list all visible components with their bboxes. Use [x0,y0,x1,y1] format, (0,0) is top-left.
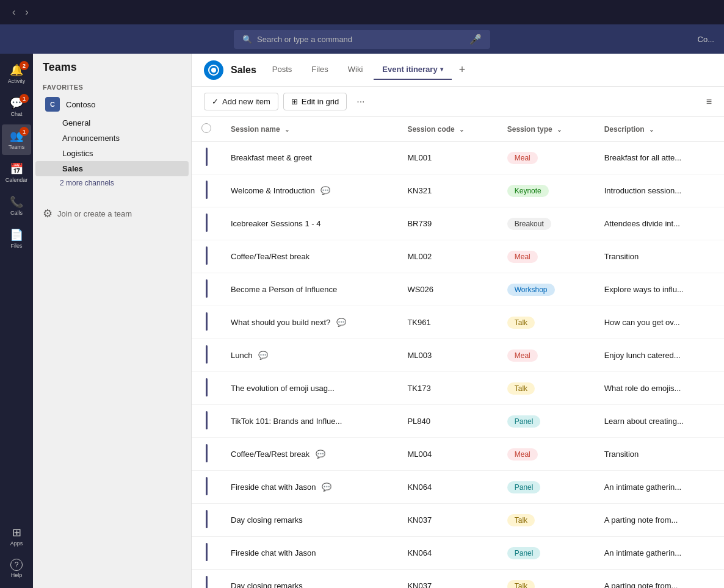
svg-point-1 [211,68,216,73]
channel-announcements[interactable]: Announcements [35,131,189,146]
sidebar-item-files[interactable]: 📄 Files [2,223,31,254]
session-type-cell: Talk [498,372,595,405]
activity-badge: 2 [20,61,29,70]
session-type-cell: Meal [498,438,595,471]
dropdown-icon: ▾ [440,66,443,73]
sidebar-item-calls[interactable]: 📞 Calls [2,190,31,221]
calendar-label: Calendar [5,177,28,183]
row-checkbox-cell [192,207,221,240]
session-type-badge: Talk [507,580,535,589]
col-session-code[interactable]: Session code ⌄ [397,117,497,142]
sidebar-item-teams[interactable]: 👥 1 Teams [2,124,31,155]
more-channels[interactable]: 2 more channels [33,176,191,190]
description-text: Introduction session... [604,186,681,195]
calls-icon: 📞 [10,195,23,209]
more-options-button[interactable]: ··· [352,94,369,110]
row-checkbox-cell [192,339,221,372]
sidebar-icons: 🔔 2 Activity 💬 1 Chat 👥 1 Teams 📅 Calend… [0,54,33,588]
description-cell: Breakfast for all atte... [595,142,724,174]
channel-sales[interactable]: Sales [35,161,189,176]
session-name-text: Lunch [231,351,252,360]
filter-button[interactable]: ≡ [706,96,712,107]
apps-icon: ⊞ [12,526,21,539]
top-right-label: Co... [698,35,714,44]
tab-files[interactable]: Files [303,60,336,80]
col-session-name[interactable]: Session name ⌄ [221,117,397,142]
table-row[interactable]: Welcome & Introduction 💬 KN321 Keynote I… [192,174,724,207]
description-text: How can you get ov... [604,318,680,327]
session-code-cell: TK173 [397,372,497,405]
session-code-cell: TK961 [397,306,497,339]
description-cell: Transition [595,438,724,471]
table-row[interactable]: TikTok 101: Brands and Influe... PL840 P… [192,405,724,438]
channel-tabs: Posts Files Wiki Event itinerary ▾ + [264,60,712,80]
forward-button[interactable]: › [20,4,33,20]
table-row[interactable]: Day closing remarks KN037 Talk A parting… [192,504,724,537]
sort-icon-name: ⌄ [284,126,289,133]
channel-logistics[interactable]: Logistics [35,146,189,161]
table-row[interactable]: Breakfast meet & greet ML001 Meal Breakf… [192,142,724,174]
search-placeholder: Search or type a command [257,35,352,44]
main-layout: 🔔 2 Activity 💬 1 Chat 👥 1 Teams 📅 Calend… [0,54,724,588]
channel-general[interactable]: General [35,115,189,131]
table-row[interactable]: Icebreaker Sessions 1 - 4 BR739 Breakout… [192,207,724,240]
table-body: Breakfast meet & greet ML001 Meal Breakf… [192,142,724,589]
row-indicator [206,477,208,495]
table-row[interactable]: Fireside chat with Jason 💬 KN064 Panel A… [192,471,724,504]
sidebar-item-calendar[interactable]: 📅 Calendar [2,157,31,188]
session-name-cell: Breakfast meet & greet [221,142,397,174]
table-row[interactable]: Lunch 💬 ML003 Meal Enjoy lunch catered..… [192,339,724,372]
sidebar-item-help[interactable]: ? Help [2,554,31,583]
favorites-label: Favorites [33,79,191,93]
add-tab-button[interactable]: + [454,61,471,79]
channel-name: Sales [231,65,256,76]
edit-in-grid-button[interactable]: ⊞ Edit in grid [283,93,347,110]
tab-wiki[interactable]: Wiki [339,60,372,80]
sidebar-item-apps[interactable]: ⊞ Apps [2,521,31,551]
join-team-button[interactable]: ⚙ Join or create a team [33,202,191,225]
search-icon: 🔍 [242,35,252,44]
table-row[interactable]: Day closing remarks KN037 Talk A parting… [192,570,724,589]
col-session-type[interactable]: Session type ⌄ [498,117,595,142]
table-row[interactable]: What should you build next? 💬 TK961 Talk… [192,306,724,339]
tab-event-itinerary[interactable]: Event itinerary ▾ [374,60,451,80]
session-type-badge: Panel [507,481,541,493]
session-code-cell: ML001 [397,142,497,174]
apps-label: Apps [10,540,23,547]
session-name-cell: Lunch 💬 [221,339,397,372]
description-cell: What role do emojis... [595,372,724,405]
sort-icon-type: ⌄ [557,126,562,133]
table-row[interactable]: Become a Person of Influence WS026 Works… [192,273,724,306]
row-checkbox-cell [192,306,221,339]
description-cell: Attendees divide int... [595,207,724,240]
row-indicator [206,444,208,462]
sidebar-item-activity[interactable]: 🔔 2 Activity [2,59,31,89]
session-code-text: PL840 [407,417,430,426]
back-button[interactable]: ‹ [7,4,20,20]
row-checkbox-cell [192,471,221,504]
table-row[interactable]: Fireside chat with Jason KN064 Panel An … [192,537,724,570]
add-new-item-button[interactable]: ✓ Add new item [204,93,278,110]
session-name-text: Day closing remarks [231,581,303,588]
tab-posts[interactable]: Posts [264,60,301,80]
description-text: Transition [604,450,639,459]
sidebar-item-chat[interactable]: 💬 1 Chat [2,91,31,122]
row-checkbox-cell [192,240,221,273]
table-row[interactable]: Coffee/Tea/Rest break ML002 Meal Transit… [192,240,724,273]
team-contoso[interactable]: C Contoso [35,93,189,115]
table-row[interactable]: Coffee/Tea/Rest break 💬 ML004 Meal Trans… [192,438,724,471]
checkbox-header [192,117,221,142]
row-checkbox-cell [192,570,221,589]
header-checkbox[interactable] [201,123,211,133]
session-code-cell: KN037 [397,570,497,589]
files-icon: 📄 [10,228,23,242]
mic-button[interactable]: 🎤 [469,34,482,45]
title-bar: ‹ › [0,0,724,24]
session-name-text: Breakfast meet & greet [231,153,312,162]
search-bar[interactable]: 🔍 Search or type a command 🎤 [234,30,490,49]
description-text: Explore ways to influ... [604,285,684,294]
col-description[interactable]: Description ⌄ [595,117,724,142]
data-table: Session name ⌄ Session code ⌄ Session ty… [192,117,724,588]
table-row[interactable]: The evolution of emoji usag... TK173 Tal… [192,372,724,405]
row-checkbox-cell [192,273,221,306]
